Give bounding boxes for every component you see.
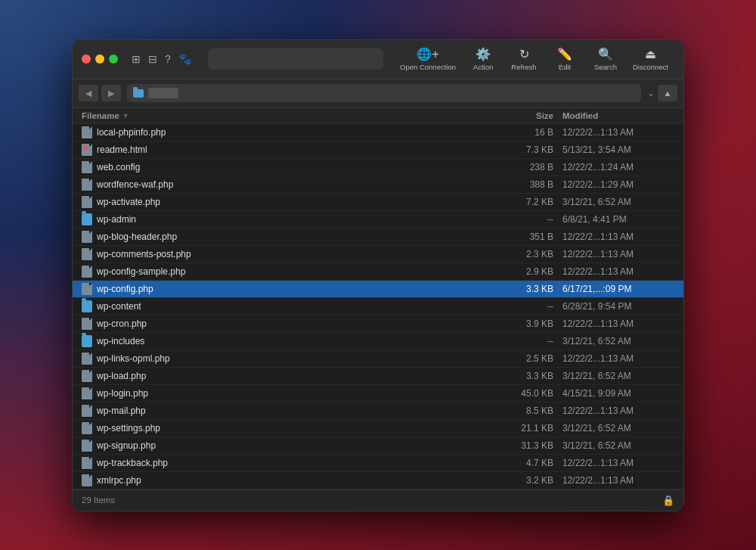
file-date: 12/22/2...1:13 AM xyxy=(553,353,674,364)
table-row[interactable]: wp-admin--6/8/21, 4:41 PM xyxy=(73,211,683,228)
disconnect-icon: ⏏ xyxy=(645,47,656,61)
file-date: 12/22/2...1:24 AM xyxy=(553,162,674,172)
file-date: 12/22/2...1:29 AM xyxy=(553,179,674,190)
php-icon xyxy=(82,231,92,243)
php-icon xyxy=(82,283,92,295)
back-button[interactable]: ◀ xyxy=(79,85,98,101)
table-row[interactable]: wp-signup.php31.3 KB3/12/21, 6:52 AM xyxy=(73,437,683,455)
php-icon xyxy=(82,370,92,382)
file-date: 12/22/2...1:13 AM xyxy=(553,475,674,486)
file-list: local-phpinfo.php16 B12/22/2...1:13 AMre… xyxy=(73,124,683,489)
table-row[interactable]: wp-activate.php7.2 KB3/12/21, 6:52 AM xyxy=(73,194,683,211)
table-row[interactable]: xmlrpc.php3.2 KB12/22/2...1:13 AM xyxy=(73,472,683,489)
file-list-header: Filename ▼ Size Modified xyxy=(73,108,683,124)
table-row[interactable]: wp-content--6/28/21, 9:54 PM xyxy=(73,298,683,315)
bookmark-icon[interactable]: ⊟ xyxy=(147,51,159,67)
size-column-header[interactable]: Size xyxy=(493,111,553,120)
folder-icon xyxy=(82,300,92,312)
php-icon xyxy=(82,248,92,260)
file-date: 3/12/21, 6:52 AM xyxy=(553,336,674,346)
sync-button[interactable]: ▲ xyxy=(658,85,677,101)
php-icon xyxy=(82,440,92,452)
table-row[interactable]: wp-load.php3.3 KB3/12/21, 6:52 AM xyxy=(73,368,683,385)
file-name: wp-config-sample.php xyxy=(97,266,185,277)
table-row[interactable]: wp-config-sample.php2.9 KB12/22/2...1:13… xyxy=(73,263,683,281)
close-button[interactable] xyxy=(82,54,91,64)
folder-icon xyxy=(133,89,144,98)
table-row[interactable]: readme.html7.3 KB5/13/21, 3:54 AM xyxy=(73,141,683,159)
folder-icon xyxy=(82,335,92,347)
file-size: 388 B xyxy=(493,179,553,190)
file-name: wp-links-opml.php xyxy=(97,353,170,364)
table-row[interactable]: wordfence-waf.php388 B12/22/2...1:29 AM xyxy=(73,176,683,194)
file-date: 6/8/21, 4:41 PM xyxy=(553,214,674,225)
table-row[interactable]: wp-mail.php8.5 KB12/22/2...1:13 AM xyxy=(73,402,683,420)
php-icon xyxy=(82,474,92,486)
minimize-button[interactable] xyxy=(95,54,104,64)
php-icon xyxy=(82,353,92,365)
file-size: -- xyxy=(493,336,553,346)
table-row[interactable]: local-phpinfo.php16 B12/22/2...1:13 AM xyxy=(73,124,683,141)
file-date: 3/12/21, 6:52 AM xyxy=(553,371,674,381)
table-row[interactable]: web.config238 B12/22/2...1:24 AM xyxy=(73,159,683,176)
disconnect-button[interactable]: ⏏ Disconnect xyxy=(627,44,674,74)
file-name: wp-config.php xyxy=(97,284,153,294)
titlebar: ⊞ ⊟ ? 🐾 🌐+ Open Connection ⚙️ Action ↻ R… xyxy=(73,40,683,79)
file-name: wp-trackback.php xyxy=(97,458,168,468)
php-icon xyxy=(82,179,92,191)
file-name: wp-signup.php xyxy=(97,440,156,451)
file-size: 16 B xyxy=(493,127,553,138)
table-row[interactable]: wp-config.php3.3 KB6/17/21,...:09 PM xyxy=(73,281,683,298)
file-name: xmlrpc.php xyxy=(97,475,141,486)
file-size: 238 B xyxy=(493,162,553,172)
file-size: 7.2 KB xyxy=(493,197,553,207)
file-size: 45.0 KB xyxy=(493,388,553,399)
file-date: 3/12/21, 6:52 AM xyxy=(553,197,674,207)
refresh-button[interactable]: ↻ Refresh xyxy=(504,44,544,74)
file-name: wp-load.php xyxy=(97,371,146,381)
forward-button[interactable]: ▶ xyxy=(101,85,121,101)
file-size: 21.1 KB xyxy=(493,423,553,433)
readme-icon xyxy=(82,144,92,156)
table-row[interactable]: wp-links-opml.php2.5 KB12/22/2...1:13 AM xyxy=(73,350,683,368)
edit-button[interactable]: ✏️ Edit xyxy=(545,44,584,74)
file-size: 7.3 KB xyxy=(493,144,553,155)
file-name: wp-cron.php xyxy=(97,319,147,329)
path-dropdown-icon[interactable]: ⌄ xyxy=(647,88,655,98)
items-count: 29 Items xyxy=(82,496,115,505)
file-date: 3/12/21, 6:52 AM xyxy=(553,423,674,433)
table-row[interactable]: wp-trackback.php4.7 KB12/22/2...1:13 AM xyxy=(73,455,683,472)
search-icon: 🔍 xyxy=(598,47,613,61)
file-name: web.config xyxy=(97,162,140,172)
search-button[interactable]: 🔍 Search xyxy=(586,44,625,74)
table-row[interactable]: wp-comments-post.php2.3 KB12/22/2...1:13… xyxy=(73,246,683,263)
filename-column-header[interactable]: Filename ▼ xyxy=(82,111,493,120)
file-date: 3/12/21, 6:52 AM xyxy=(553,440,674,451)
table-row[interactable]: wp-blog-header.php351 B12/22/2...1:13 AM xyxy=(73,228,683,246)
file-date: 4/15/21, 9:09 AM xyxy=(553,388,674,399)
table-row[interactable]: wp-includes--3/12/21, 6:52 AM xyxy=(73,333,683,350)
table-row[interactable]: wp-settings.php21.1 KB3/12/21, 6:52 AM xyxy=(73,420,683,437)
path-input[interactable] xyxy=(183,88,635,98)
open-connection-button[interactable]: 🌐+ Open Connection xyxy=(394,44,462,74)
status-bar: 29 Items 🔒 xyxy=(73,489,683,511)
info-icon[interactable]: ? xyxy=(163,51,172,67)
file-name: wp-content xyxy=(97,301,141,312)
action-button[interactable]: ⚙️ Action xyxy=(463,44,503,74)
modified-column-header[interactable]: Modified xyxy=(553,111,674,120)
traffic-lights xyxy=(82,54,118,64)
file-date: 12/22/2...1:13 AM xyxy=(553,319,674,329)
file-size: 8.5 KB xyxy=(493,406,553,416)
toolbar-actions: 🌐+ Open Connection ⚙️ Action ↻ Refresh ✏… xyxy=(394,44,674,74)
maximize-button[interactable] xyxy=(109,54,118,64)
sort-arrow-icon: ▼ xyxy=(122,112,129,120)
open-connection-icon: 🌐+ xyxy=(417,47,438,61)
table-row[interactable]: wp-cron.php3.9 KB12/22/2...1:13 AM xyxy=(73,315,683,333)
table-row[interactable]: wp-login.php45.0 KB4/15/21, 9:09 AM xyxy=(73,385,683,402)
file-name: readme.html xyxy=(97,144,147,155)
hierarchy-icon[interactable]: ⊞ xyxy=(130,51,142,67)
config-icon xyxy=(82,161,92,173)
file-size: 3.2 KB xyxy=(493,475,553,486)
php-icon xyxy=(82,266,92,278)
file-date: 5/13/21, 3:54 AM xyxy=(553,144,674,155)
